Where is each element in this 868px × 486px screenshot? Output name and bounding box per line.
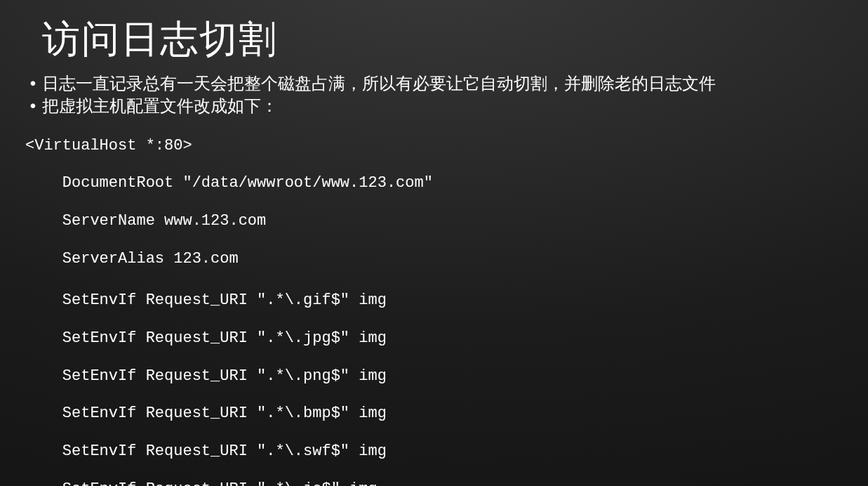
slide-content: •日志一直记录总有一天会把整个磁盘占满，所以有必要让它自动切割，并删除老的日志文… [24,72,847,486]
code-line-setenvif-js: SetEnvIf Request_URI ".*\.js$" img [25,480,847,486]
code-line-open: <VirtualHost *:80> [25,137,847,156]
code-line-serveralias: ServerAlias 123.com [25,250,847,269]
bullet-item-1: •日志一直记录总有一天会把整个磁盘占满，所以有必要让它自动切割，并删除老的日志文… [24,72,847,95]
code-line-servername: ServerName www.123.com [25,212,847,231]
code-line-docroot: DocumentRoot "/data/wwwroot/www.123.com" [25,174,847,193]
code-line-setenvif-swf: SetEnvIf Request_URI ".*\.swf$" img [25,442,847,461]
bullet-dot-icon: • [24,72,42,95]
bullet-item-2: •把虚拟主机配置文件改成如下： [24,95,847,117]
bullet-dot-icon: • [24,95,42,117]
code-line-setenvif-jpg: SetEnvIf Request_URI ".*\.jpg$" img [25,329,847,348]
code-line-setenvif-png: SetEnvIf Request_URI ".*\.png$" img [25,367,847,386]
code-line-setenvif-bmp: SetEnvIf Request_URI ".*\.bmp$" img [25,405,847,423]
code-line-setenvif-gif: SetEnvIf Request_URI ".*\.gif$" img [25,291,847,310]
config-code-block: <VirtualHost *:80> DocumentRoot "/data/w… [25,118,847,486]
bullet-text-1: 日志一直记录总有一天会把整个磁盘占满，所以有必要让它自动切割，并删除老的日志文件 [42,74,716,93]
bullet-text-2: 把虚拟主机配置文件改成如下： [42,96,278,115]
slide-title: 访问日志切割 [42,14,868,65]
